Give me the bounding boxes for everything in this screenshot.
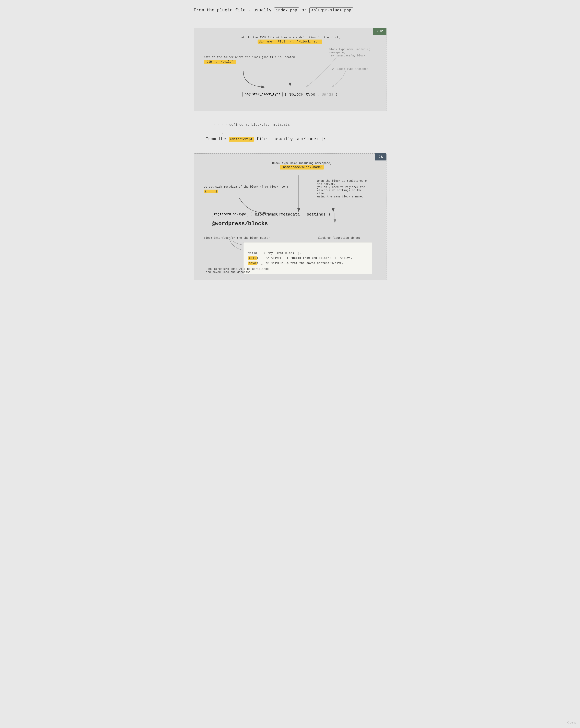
- js-bottom-label-right: block configuration object: [318, 236, 360, 239]
- section1-header-text: From the plugin file - usually index.php…: [194, 8, 353, 13]
- js-html-label-line1: HTML structure that will be serialized: [206, 267, 269, 270]
- js-right-annotation: When the block is registered on the serv…: [317, 179, 372, 198]
- section1-file1: index.php: [274, 7, 299, 13]
- js-right-text2: you only need to register the client-sid…: [317, 186, 372, 195]
- transition-from-label: From the editorScript file - usually src…: [205, 137, 327, 141]
- js-code-edit-key: edit: [248, 256, 257, 260]
- js-function-name: registerBlockType: [212, 212, 248, 217]
- php-panel: PHP path to the JSON file with metadata …: [194, 28, 386, 111]
- js-left-text: Object with metadata of the block (from …: [204, 185, 288, 188]
- js-code-line2: title: __( 'My First Block' ),: [248, 251, 368, 256]
- watermark: © Curso: [568, 721, 576, 724]
- transition-editorscript: editorScript: [229, 137, 254, 141]
- js-left-annotation: Object with metadata of the block (from …: [204, 185, 288, 193]
- js-bottom-right-text: block configuration object: [318, 236, 360, 239]
- transition-file-label: file - usually: [256, 137, 296, 141]
- php-left-text: path to the folder where the block.json …: [204, 56, 295, 59]
- php-right-text1: Block type name including namespace,: [329, 48, 372, 54]
- php-top-annotation-line1: path to the JSON file with metadata defi…: [239, 36, 340, 39]
- js-code-line3-post: : () => <div>{ __( 'Hello from the edito…: [257, 256, 352, 260]
- transition-arrow-down: ↓: [221, 129, 225, 135]
- js-params: ( blockNameOrMetadata , settings ): [250, 212, 330, 217]
- js-top-highlight: 'namespace/block-name': [280, 165, 324, 170]
- transition-file-box: src/index.js: [296, 137, 327, 141]
- js-left-highlight: { ... }: [204, 189, 218, 193]
- js-badge: JS: [375, 153, 386, 160]
- js-bottom-left-text: block interface for the the block editor: [204, 236, 270, 239]
- transition-area: - - - - defined at block.json metadata ↓…: [194, 123, 386, 141]
- php-comma: ,: [317, 92, 320, 97]
- php-right-annotation2: WP_Block_Type instance: [332, 68, 369, 71]
- section1-file2: <plugin-slug>.php: [309, 7, 353, 13]
- php-badge: PHP: [373, 28, 386, 35]
- section1-header-prefix: From the plugin file - usually: [194, 8, 274, 13]
- php-param3: $args: [322, 92, 333, 97]
- php-right-annotation: Block type name including namespace, 'my…: [329, 48, 372, 57]
- js-function-row: registerBlockType ( blockNameOrMetadata …: [212, 212, 330, 217]
- php-left-highlight: _DIR_ . '/build',: [204, 60, 236, 64]
- js-code-line3: edit: () => <div>{ __( 'Hello from the e…: [248, 256, 368, 261]
- php-top-highlight: dirname(__FILE__) . '/block.json': [258, 40, 322, 44]
- section1-header-area: From the plugin file - usually index.php…: [194, 8, 386, 13]
- js-code-save-key: save: [248, 262, 257, 265]
- js-right-text1: When the block is registered on the serv…: [317, 179, 372, 186]
- php-left-annotation: path to the folder where the block.json …: [204, 56, 295, 63]
- php-right-text2: 'my_namespace/my_block': [329, 54, 372, 57]
- transition-dashed-label: - - - - defined at block.json metadata: [213, 123, 290, 127]
- js-html-label: HTML structure that will be serialized a…: [206, 267, 269, 274]
- js-html-label-line2: and saved into the database: [206, 270, 269, 274]
- js-code-line4: save: () => <div>Hello from the saved co…: [248, 261, 368, 266]
- js-code-line1: {: [248, 245, 368, 251]
- js-top-annotation: Block type name including namespace, 'na…: [272, 162, 332, 169]
- php-diagram: path to the JSON file with metadata defi…: [204, 36, 376, 103]
- section1-or: or: [302, 8, 309, 13]
- php-top-annotation: path to the JSON file with metadata defi…: [239, 36, 340, 44]
- js-right-text3: using the same block's name.: [317, 195, 372, 198]
- js-package-name: @wordpress/blocks: [212, 220, 268, 227]
- js-code-line4-post: : () => <div>Hello from the saved conten…: [257, 262, 344, 265]
- transition-from-text: From the: [205, 137, 229, 141]
- php-function-name: register_block_type: [242, 92, 282, 97]
- js-bottom-label-left: block interface for the the block editor: [204, 236, 270, 239]
- php-param4: ): [335, 92, 338, 97]
- page-container: From the plugin file - usually index.php…: [194, 8, 386, 280]
- js-package-text: @wordpress/blocks: [212, 220, 268, 227]
- php-param1: ( $block_type: [284, 92, 315, 97]
- js-top-line1: Block type name including namespace,: [272, 162, 332, 165]
- js-diagram: Block type name including namespace, 'na…: [204, 162, 376, 272]
- php-right-text3: WP_Block_Type instance: [332, 68, 369, 71]
- js-panel: JS Block type name including namespace, …: [194, 153, 386, 280]
- php-function-row: register_block_type ( $block_type , $arg…: [242, 92, 338, 97]
